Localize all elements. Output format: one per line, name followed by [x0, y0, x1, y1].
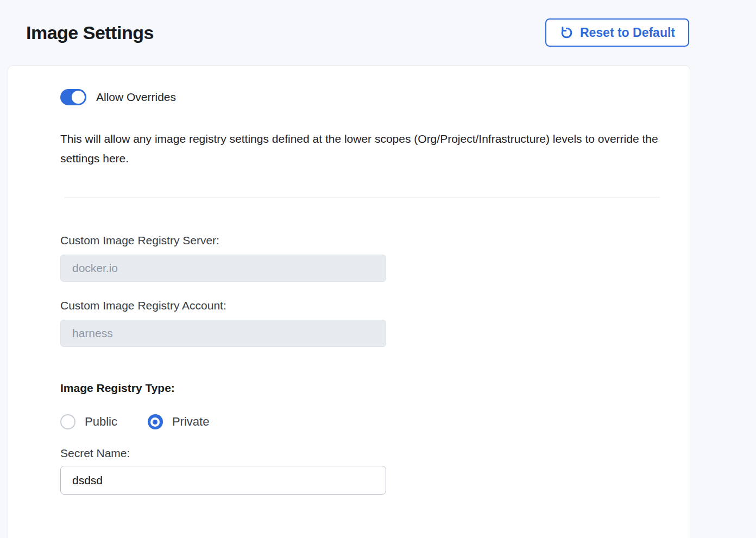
section-divider: [65, 198, 660, 198]
allow-overrides-label: Allow Overrides: [96, 91, 176, 104]
allow-overrides-toggle[interactable]: [60, 89, 86, 105]
registry-server-label: Custom Image Registry Server:: [60, 234, 690, 247]
registry-type-label: Image Registry Type:: [60, 382, 690, 395]
registry-account-input[interactable]: [60, 320, 386, 347]
radio-private-icon[interactable]: [148, 414, 163, 429]
radio-private-label: Private: [172, 415, 209, 429]
registry-server-input[interactable]: [60, 255, 386, 282]
page-header: Image Settings Reset to Default: [0, 0, 756, 65]
toggle-knob: [72, 91, 85, 104]
radio-option-private[interactable]: Private: [148, 414, 209, 429]
overrides-description: This will allow any image registry setti…: [60, 129, 666, 168]
radio-public-icon[interactable]: [60, 414, 75, 429]
secret-name-label: Secret Name:: [60, 447, 690, 460]
registry-account-label: Custom Image Registry Account:: [60, 299, 690, 312]
page-title: Image Settings: [26, 22, 154, 43]
radio-public-label: Public: [85, 415, 117, 429]
secret-name-input[interactable]: [60, 466, 386, 495]
allow-overrides-row: Allow Overrides: [60, 89, 690, 105]
image-settings-card: Allow Overrides This will allow any imag…: [8, 65, 690, 538]
reset-button-label: Reset to Default: [580, 26, 675, 40]
reset-icon: [559, 26, 574, 40]
radio-option-public[interactable]: Public: [60, 414, 117, 429]
reset-to-default-button[interactable]: Reset to Default: [545, 18, 689, 47]
registry-type-radio-group: Public Private: [60, 414, 690, 429]
